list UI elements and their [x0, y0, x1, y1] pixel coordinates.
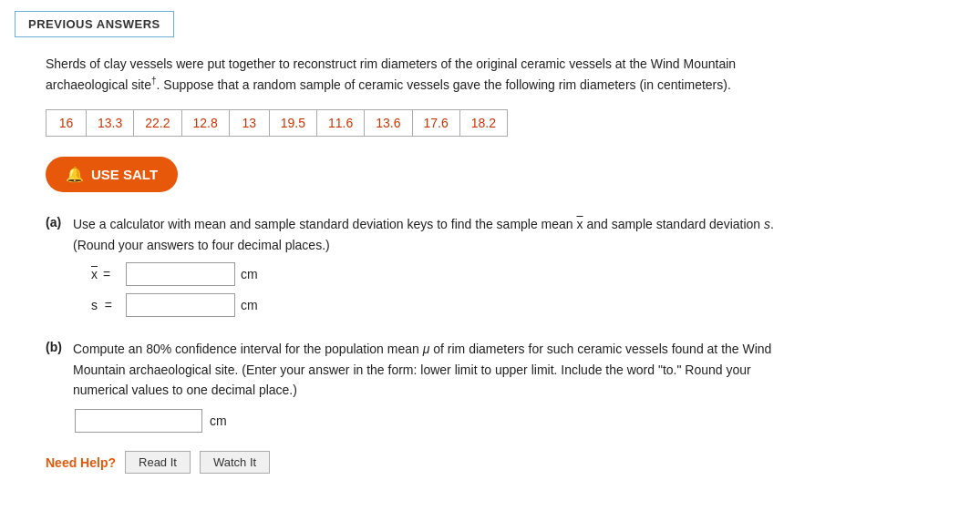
page-wrapper: PREVIOUS ANSWERS Sherds of clay vessels …	[0, 0, 980, 531]
data-cell-6: 11.6	[317, 110, 365, 137]
data-cell-0: 16	[46, 110, 87, 137]
intro-text: Sherds of clay vessels were put together…	[46, 54, 912, 95]
xbar-input[interactable]	[126, 262, 235, 286]
part-a-letter: (a)	[46, 214, 73, 230]
xbar-symbol: x	[577, 217, 583, 231]
use-salt-label: USE SALT	[91, 167, 158, 182]
read-it-button[interactable]: Read It	[125, 451, 191, 474]
part-a-content: Use a calculator with mean and sample st…	[73, 214, 930, 321]
confidence-interval-input[interactable]	[75, 409, 202, 433]
xbar-input-row: x = cm	[91, 262, 930, 286]
s-label: s =	[91, 298, 120, 312]
xbar-unit: cm	[241, 267, 258, 281]
part-b-unit: cm	[210, 414, 227, 428]
need-help-label: Need Help?	[46, 455, 116, 470]
data-cell-1: 13.3	[87, 110, 134, 137]
part-a-block: (a) Use a calculator with mean and sampl…	[46, 214, 930, 321]
data-cell-9: 18.2	[459, 110, 507, 137]
part-b-letter: (b)	[46, 339, 73, 354]
data-cell-2: 22.2	[134, 110, 181, 137]
data-cell-8: 17.6	[412, 110, 459, 137]
need-help-section: Need Help? Read It Watch It	[46, 451, 944, 474]
part-a-subtext: (Round your answers to four decimal plac…	[73, 238, 330, 252]
part-b-input-row: cm	[75, 409, 930, 433]
part-a-row: (a) Use a calculator with mean and sampl…	[46, 214, 930, 321]
content-area: Sherds of clay vessels were put together…	[0, 37, 980, 483]
s-input[interactable]	[126, 293, 235, 317]
watch-it-button[interactable]: Watch It	[200, 451, 270, 474]
data-cell-7: 13.6	[365, 110, 412, 137]
data-cell-4: 13	[229, 110, 269, 137]
prev-answers-label: PREVIOUS ANSWERS	[28, 17, 160, 31]
prev-answers-bar[interactable]: PREVIOUS ANSWERS	[0, 0, 980, 37]
data-cell-3: 12.8	[181, 110, 229, 137]
part-b-block: (b) Compute an 80% confidence interval f…	[46, 339, 930, 433]
data-table: 16 13.3 22.2 12.8 13 19.5 11.6 13.6 17.6…	[46, 109, 508, 137]
s-input-row: s = cm	[91, 293, 930, 317]
s-unit: cm	[241, 298, 258, 312]
part-b-content: Compute an 80% confidence interval for t…	[73, 339, 930, 433]
part-a-text: Use a calculator with mean and sample st…	[73, 217, 774, 231]
part-b-row: (b) Compute an 80% confidence interval f…	[46, 339, 930, 433]
data-cell-5: 19.5	[269, 110, 316, 137]
part-b-text: Compute an 80% confidence interval for t…	[73, 342, 771, 397]
salt-icon: 🔔	[66, 166, 84, 183]
use-salt-button[interactable]: 🔔 USE SALT	[46, 157, 178, 192]
intro-line2: archaeological site†. Suppose that a ran…	[46, 77, 731, 92]
xbar-label: x =	[91, 267, 120, 281]
intro-line1: Sherds of clay vessels were put together…	[46, 56, 736, 71]
